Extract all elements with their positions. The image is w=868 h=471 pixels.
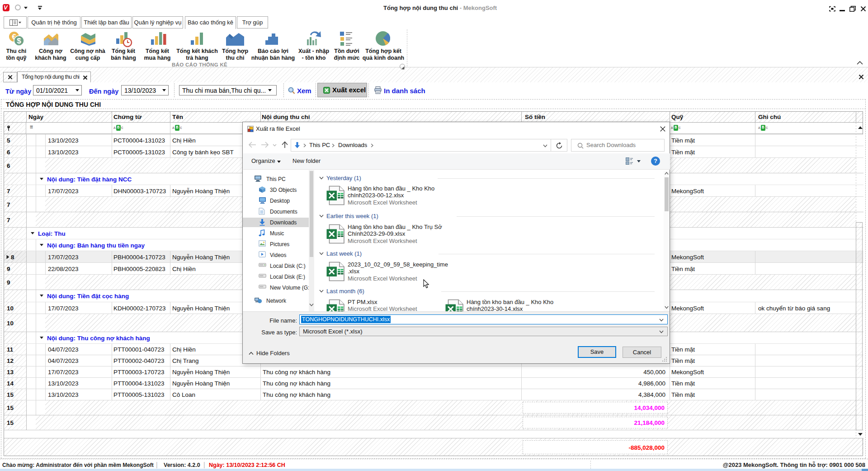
svg-text:$: $ xyxy=(17,37,21,45)
